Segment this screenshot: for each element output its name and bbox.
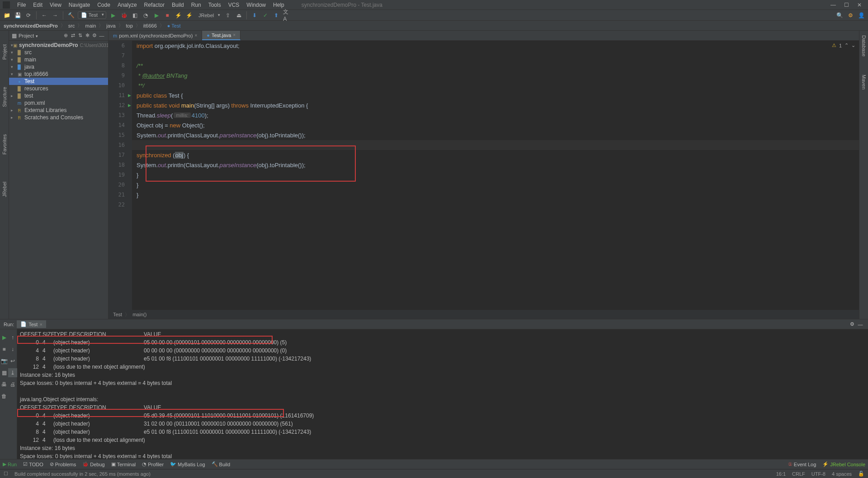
jrebel-run-icon[interactable]: ⚡ [174,11,182,19]
collapse-icon[interactable]: ⇅ [76,33,84,38]
menu-build[interactable]: Build [168,1,188,9]
tab-test-java[interactable]: ●Test.java× [202,31,241,40]
stop-icon[interactable]: ■ [163,11,171,19]
crumb-method[interactable]: main() [132,312,146,317]
print-icon[interactable]: 🖨 [8,380,17,389]
tool-run[interactable]: ▶ Run [3,461,17,467]
tree-src[interactable]: ▾▉src [9,49,108,56]
run-icon[interactable]: ▶ [109,11,117,19]
status-lock-icon[interactable]: 🔓 [858,471,864,477]
rerun-icon[interactable]: ▶ [0,333,9,342]
tree-pom[interactable]: mpom.xml [9,99,108,107]
scroll-end-icon[interactable]: ⤓ [8,368,17,377]
crumb-test[interactable]: ● Test [167,23,181,28]
tool-profiler[interactable]: ◔ Profiler [142,461,164,467]
tree-scratches[interactable]: ▸⎘Scratches and Consoles [9,114,108,121]
tool-build[interactable]: 🔨 Build [212,461,230,467]
menu-help[interactable]: Help [269,1,288,9]
run-gutter-icon[interactable]: ▶ [128,103,131,108]
exit-icon[interactable]: ⏏ [235,11,243,19]
tree-test[interactable]: ▸▉test [9,92,108,99]
layout-icon[interactable]: ▦ [0,368,9,377]
menu-vcs[interactable]: VCS [225,1,243,9]
tab-pom[interactable]: mpom.xml (synchronizedDemoPro)× [108,31,202,40]
stop-icon[interactable]: ■ [0,345,9,354]
crumb-it6666[interactable]: it6666 [143,23,157,28]
crumb-java[interactable]: java [106,23,115,28]
crumb-root[interactable]: synchronizedDemoPro [4,23,58,28]
menu-run[interactable]: Run [188,1,205,9]
jrebel-dropdown[interactable]: JRebel [196,12,221,19]
open-icon[interactable]: 📁 [3,11,11,19]
tool-debug[interactable]: 🐞 Debug [82,461,104,467]
project-title[interactable]: Project▾ [19,33,62,38]
forward-icon[interactable]: → [51,11,59,19]
menu-view[interactable]: View [46,1,65,9]
tool-todo[interactable]: ☑ TODO [23,461,43,467]
status-window-icon[interactable]: ☐ [4,471,8,477]
run-tab-test[interactable]: 📄 Test × [17,320,46,328]
settings-icon[interactable]: ✻ [84,33,91,38]
menu-window[interactable]: Window [243,1,269,9]
close-icon[interactable]: × [194,33,197,38]
tree-java[interactable]: ▾▉java [9,63,108,70]
tool-problems[interactable]: ⊘ Problems [50,461,76,467]
avatar-icon[interactable]: 👤 [857,11,865,19]
menu-file[interactable]: File [14,1,29,9]
hide-icon[interactable]: — [98,33,105,38]
ide-settings-icon[interactable]: ⚙ [846,11,854,19]
crumb-src[interactable]: src [68,23,75,28]
window-maximize[interactable]: ☐ [844,2,849,8]
dump-icon[interactable]: 📷 [0,356,9,366]
save-icon[interactable]: 💾 [14,11,22,19]
menu-tools[interactable]: Tools [205,1,225,9]
expand-icon[interactable]: ⇄ [69,33,76,38]
window-close[interactable]: ✕ [857,2,862,8]
tree-resources[interactable]: ▉resources [9,85,108,92]
tool-mybatis[interactable]: 🐦 MyBatis Log [170,461,205,467]
tool-favorites-tab[interactable]: Favorites [2,134,7,155]
crumb-class[interactable]: Test [113,312,122,317]
tool-jrebel-tab[interactable]: JRebel [2,182,7,197]
crumb-main[interactable]: main [85,23,96,28]
project-tree[interactable]: ▾▣synchronizedDemoProC:\Users\30315\D ▾▉… [9,41,108,319]
jrebel-debug-icon[interactable]: ⚡ [185,11,193,19]
run-hide-icon[interactable]: — [856,322,864,327]
soft-wrap-icon[interactable]: ↩ [8,356,17,366]
status-encoding[interactable]: UTF-8 [811,471,826,477]
tool-terminal[interactable]: ▣ Terminal [111,461,136,467]
menu-edit[interactable]: Edit [29,1,46,9]
status-line-ending[interactable]: CRLF [792,471,805,477]
close-icon[interactable]: × [233,33,236,37]
search-icon[interactable]: 🔍 [835,11,844,19]
tool-jrebel-console[interactable]: ⚡ JRebel Console [822,461,865,467]
close-icon[interactable]: 🗑 [0,392,9,401]
menu-refactor[interactable]: Refactor [141,1,168,9]
tree-root[interactable]: ▾▣synchronizedDemoProC:\Users\30315\D [9,42,108,49]
locate-icon[interactable]: ⊕ [62,33,69,38]
up-icon[interactable]: ↑ [8,333,17,342]
menu-navigate[interactable]: Navigate [65,1,94,9]
tree-main[interactable]: ▾▉main [9,56,108,63]
tool-eventlog[interactable]: ① Event Log [788,461,816,467]
run-gutter-icon[interactable]: ▶ [128,93,131,98]
git-commit-icon[interactable]: ✓ [261,11,269,19]
build-icon[interactable]: 🔨 [67,11,75,19]
tree-class-test[interactable]: ●Test [9,78,108,85]
menu-code[interactable]: Code [94,1,114,9]
crumb-top[interactable]: top [126,23,133,28]
profile-icon[interactable]: ◔ [142,11,150,19]
run-config-dropdown[interactable]: 📄 Test [78,11,106,19]
git-push-icon[interactable]: ⬆ [272,11,280,19]
code-editor[interactable]: ⚠ 1 ⌃ ⌄ 6 7 8 9 10 11▶ 12▶ 13 14 15 16 [108,41,859,310]
run-settings-icon[interactable]: ⚙ [848,321,856,327]
tool-database-tab[interactable]: Database [861,35,867,56]
window-minimize[interactable]: — [830,2,836,8]
tree-package[interactable]: ▾▣top.it6666 [9,70,108,78]
console-output[interactable]: OFFSETSIZETYPE DESCRIPTIONVALUE 04(objec… [17,329,868,459]
down-icon[interactable]: ↓ [8,345,17,354]
tool-maven-tab[interactable]: Maven [861,75,867,89]
back-icon[interactable]: ← [40,11,48,19]
translate-icon[interactable]: 文A [283,11,291,19]
tree-external-libs[interactable]: ▸⎘External Libraries [9,107,108,114]
